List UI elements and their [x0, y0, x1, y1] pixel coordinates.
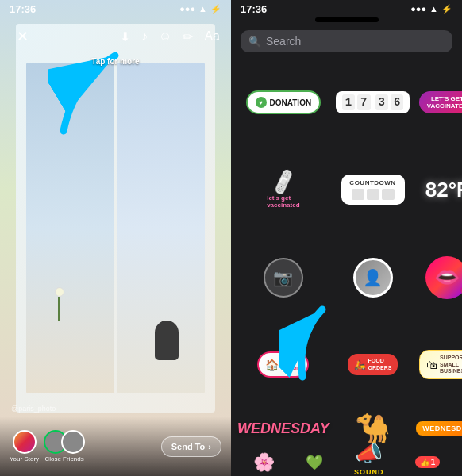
signal-icon-right: ●●● — [410, 4, 426, 13]
status-bar-left: 17:36 ●●● ▲ ⚡ — [0, 0, 231, 17]
search-placeholder: Search — [266, 35, 301, 48]
chevron-right-icon: › — [208, 442, 211, 451]
send-to-button[interactable]: Send To › — [161, 436, 221, 457]
flower-icon-1: 🌸 — [253, 452, 275, 473]
camel-icon: 🐪 — [355, 412, 391, 445]
cbox-3 — [382, 189, 395, 200]
countdown-sticker-inner: COUNTDOWN — [341, 175, 405, 205]
sticker-camera[interactable]: 📷 — [237, 237, 329, 318]
avatar-group: Your Story Close Friends — [10, 430, 85, 463]
vaccinated-badge-inner: LET'S GETVACCINATED — [419, 91, 462, 113]
heart-icon: 💚 — [306, 454, 323, 471]
stay-home-inner: 🏠 STAYHOME — [257, 351, 309, 378]
countdown-boxes — [352, 189, 395, 200]
cbox-2 — [367, 189, 379, 200]
sticker-selfie[interactable]: 👤 — [336, 237, 410, 318]
sticker-food-orders[interactable]: 🛵 FOODORDERS — [336, 324, 410, 405]
close-friends-label: Close Friends — [44, 455, 83, 463]
bandaid-text: let's getvaccinated — [267, 194, 299, 209]
cbox-1 — [352, 189, 364, 200]
text-icon[interactable]: Aa — [204, 29, 220, 44]
gif-icon[interactable]: ☺ — [159, 29, 171, 44]
temp-sticker-inner: 82°F — [425, 178, 462, 202]
home-icon: 🏠 — [265, 359, 279, 371]
room-scene — [16, 24, 215, 413]
sticker-stay-home[interactable]: 🏠 STAYHOME — [237, 324, 329, 405]
clock-sticker-inner: 1 7 3 6 — [336, 91, 410, 113]
username-watermark: @paris_photo — [11, 405, 56, 413]
bandaid-icon: 🩹 — [268, 167, 298, 197]
sticker-wednesday-text[interactable]: WEDNESDAY — [237, 412, 329, 445]
camera-icon: 📷 — [273, 268, 293, 287]
story-toolbar: ✕ ⬇ ♪ ☺ ✏ Aa Tap for more — [0, 21, 231, 52]
right-panel: 17:36 ●●● ▲ ⚡ 🔍 Search ♥ DONATION 1 7 3 — [231, 0, 462, 476]
search-icon: 🔍 — [248, 36, 261, 48]
donation-label: DONATION — [270, 98, 312, 107]
digit-4: 6 — [391, 94, 403, 110]
person-silhouette — [155, 321, 179, 360]
sticker-countdown[interactable]: COUNTDOWN — [336, 149, 410, 230]
vaccinated-label: LET'S GETVACCINATED — [427, 95, 462, 109]
sticker-camel[interactable]: 🐪 — [336, 412, 410, 445]
sticker-temperature[interactable]: 82°F — [416, 149, 462, 230]
bandaid-sticker-inner: 🩹 let's getvaccinated — [267, 171, 299, 209]
support-text: SUPPORTSMALLBUSINESS — [440, 355, 462, 374]
sticker-bandaid[interactable]: 🩹 let's getvaccinated — [237, 149, 329, 230]
status-icons-left: ●●● ▲ ⚡ — [179, 4, 221, 14]
send-to-label: Send To — [171, 442, 206, 451]
food-orders-inner: 🛵 FOODORDERS — [348, 354, 398, 375]
sticker-lets-get-vaccinated[interactable]: LET'S GETVACCINATED — [416, 62, 462, 143]
time-left: 17:36 — [10, 3, 36, 15]
sticker-scream[interactable]: 👄 💗 — [416, 237, 462, 318]
selfie-face: 👤 — [363, 268, 383, 287]
digit-2: 7 — [357, 94, 370, 110]
support-inner: 🛍 SUPPORTSMALLBUSINESS — [419, 350, 462, 379]
scream-mouth: 👄 — [434, 265, 460, 290]
sticker-donation[interactable]: ♥ DONATION — [237, 62, 329, 143]
stay-home-text: STAYHOME — [282, 357, 301, 372]
draw-icon[interactable]: ✏ — [183, 29, 193, 44]
close-friends-item[interactable]: Close Friends — [44, 430, 85, 463]
your-story-label: Your Story — [10, 455, 39, 463]
phone-notch — [315, 17, 379, 22]
sticker-support-small[interactable]: 🛍 SUPPORTSMALLBUSINESS — [416, 324, 462, 405]
friend-avatar-2 — [61, 430, 85, 454]
digit-3: 3 — [375, 94, 388, 110]
bag-icon: 🛍 — [426, 359, 437, 371]
close-button[interactable]: ✕ — [11, 25, 33, 48]
selfie-sticker-inner: 👤 — [353, 258, 393, 298]
sticker-clock[interactable]: 1 7 3 6 — [336, 62, 410, 143]
search-bar[interactable]: 🔍 Search — [241, 30, 452, 52]
battery-icon: ⚡ — [210, 4, 221, 14]
wifi-icon: ▲ — [198, 4, 207, 13]
battery-icon-right: ⚡ — [441, 4, 452, 14]
donation-sticker-inner: ♥ DONATION — [246, 90, 321, 114]
food-icon: 🛵 — [354, 359, 366, 370]
like-count: 1 — [431, 458, 436, 466]
tap-more-label: Tap for more — [91, 57, 139, 66]
wednesday-text-inner: WEDNESDAY — [237, 420, 329, 437]
sticker-grid: ♥ DONATION 1 7 3 6 LET'S GETVACCINATED 🩹… — [231, 59, 462, 448]
window-pane-left — [26, 63, 114, 393]
food-text: FOODORDERS — [368, 358, 392, 371]
signal-icon: ●●● — [179, 4, 195, 13]
close-friends-avatar — [44, 430, 85, 454]
story-bottom: Your Story Close Friends Send To › — [0, 416, 231, 476]
flowers — [44, 287, 75, 327]
wifi-icon-right: ▲ — [429, 4, 438, 13]
status-icons-right: ●●● ▲ ⚡ — [410, 4, 452, 14]
toolbar-right: ⬇ ♪ ☺ ✏ Aa — [120, 29, 220, 44]
bottom-decorative: 🌸 💚 📣 SOUNDON 👍 1 — [231, 448, 462, 476]
window-pane-right — [117, 63, 206, 393]
save-icon[interactable]: ⬇ — [120, 29, 130, 44]
digit-1: 1 — [342, 94, 355, 110]
left-panel: 17:36 ●●● ▲ ⚡ ✕ ⬇ ♪ ☺ ✏ Aa Tap for more — [0, 0, 231, 476]
sound-on-text: SOUNDON — [354, 468, 384, 476]
status-bar-right: 17:36 ●●● ▲ ⚡ — [231, 0, 462, 17]
sticker-wednesday-stamp[interactable]: WEDNESDAY — [416, 412, 462, 445]
your-story-item[interactable]: Your Story — [10, 430, 39, 463]
like-badge[interactable]: 👍 1 — [415, 456, 441, 468]
sound-on-sticker[interactable]: 📣 SOUNDON — [354, 440, 384, 476]
like-icon: 👍 — [420, 458, 429, 466]
music-icon[interactable]: ♪ — [141, 29, 148, 44]
